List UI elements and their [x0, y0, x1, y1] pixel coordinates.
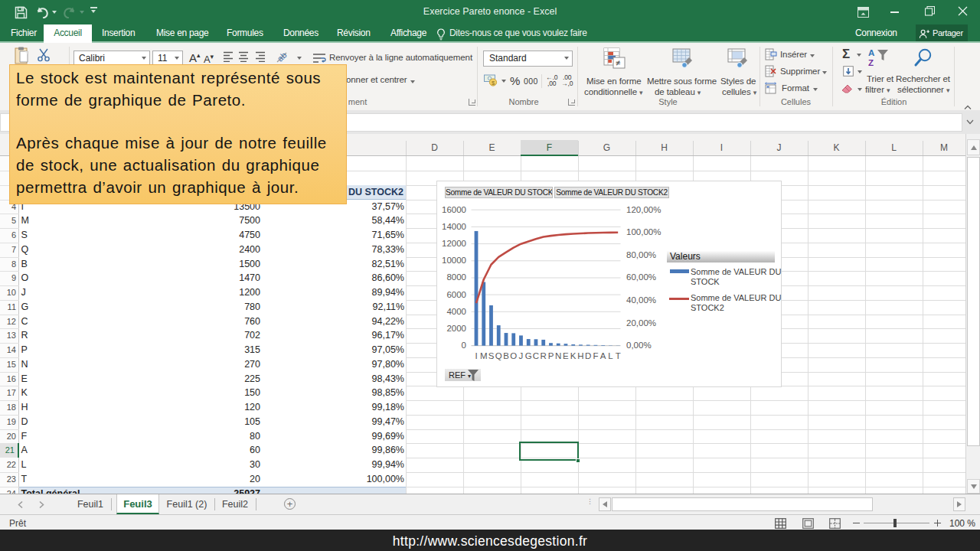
svg-text:G: G [525, 351, 532, 360]
svg-text:O: O [510, 351, 517, 360]
svg-text:L: L [608, 351, 613, 360]
svg-text:16000: 16000 [442, 205, 466, 214]
svg-text:12000: 12000 [442, 239, 466, 248]
svg-text:Q: Q [495, 351, 502, 360]
svg-text:F: F [593, 351, 598, 360]
svg-text:0,00%: 0,00% [626, 341, 652, 350]
svg-text:E: E [563, 351, 569, 360]
svg-text:10000: 10000 [442, 256, 466, 265]
svg-text:6000: 6000 [446, 290, 466, 299]
svg-text:S: S [488, 351, 495, 360]
svg-text:J: J [519, 351, 524, 360]
svg-text:120,00%: 120,00% [626, 205, 661, 214]
svg-text:A: A [868, 48, 874, 57]
svg-text:14000: 14000 [442, 222, 466, 231]
svg-text:40,00%: 40,00% [626, 295, 656, 305]
svg-text:2000: 2000 [446, 324, 466, 333]
svg-text:60,00%: 60,00% [626, 272, 656, 282]
svg-text:≠: ≠ [616, 58, 620, 67]
svg-text:8000: 8000 [446, 272, 466, 282]
svg-text:20,00%: 20,00% [626, 318, 656, 328]
svg-text:R: R [541, 351, 547, 360]
svg-text:D: D [585, 351, 591, 360]
svg-text:A: A [600, 351, 606, 360]
svg-text:N: N [555, 351, 561, 360]
svg-text:T: T [616, 351, 621, 360]
svg-text:M: M [480, 351, 488, 360]
svg-text:C: C [533, 351, 539, 360]
svg-text:B: B [503, 351, 509, 360]
svg-text:P: P [548, 351, 554, 360]
svg-text:K: K [570, 351, 577, 360]
svg-text:80,00%: 80,00% [626, 250, 656, 259]
svg-text:4000: 4000 [446, 307, 466, 316]
svg-text:Z: Z [868, 58, 874, 67]
svg-text:100,00%: 100,00% [626, 227, 661, 236]
svg-text:0: 0 [462, 341, 466, 350]
svg-text:H: H [577, 351, 583, 360]
svg-text:I: I [475, 351, 477, 360]
